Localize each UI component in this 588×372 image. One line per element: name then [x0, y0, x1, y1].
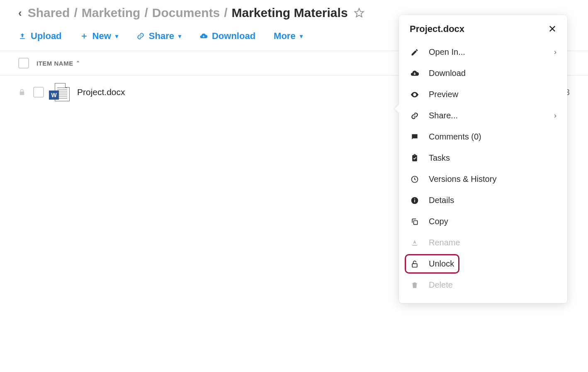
context-menu-item-copy[interactable]: Copy: [399, 211, 567, 232]
breadcrumb-separator: /: [144, 6, 148, 20]
context-menu-item-label: Open In...: [429, 47, 465, 57]
download-label: Download: [212, 31, 255, 42]
breadcrumb-separator: /: [74, 6, 77, 20]
svg-marker-0: [355, 8, 364, 17]
context-menu-item-task[interactable]: Tasks: [399, 147, 567, 169]
context-menu-item-label: Details: [429, 196, 454, 205]
chevron-right-icon: ›: [554, 48, 556, 56]
context-menu-item-trash: Delete: [399, 274, 567, 296]
context-menu-item-info[interactable]: Details: [399, 190, 567, 211]
column-item-name-label: ITEM NAME: [36, 60, 73, 67]
column-item-name[interactable]: ITEM NAME ⌃: [36, 60, 80, 67]
new-label: New: [92, 31, 111, 42]
context-menu-item-label: Unlock: [429, 259, 454, 269]
eye-icon: [410, 90, 420, 99]
context-menu-item-label: Versions & History: [429, 174, 496, 184]
trash-icon: [410, 281, 420, 289]
svg-rect-8: [414, 220, 418, 224]
chevron-down-icon: ▾: [115, 33, 118, 39]
sort-ascending-icon: ⌃: [76, 60, 80, 66]
svg-rect-7: [414, 198, 415, 199]
context-menu-item-pencil[interactable]: Open In...›: [399, 42, 567, 63]
share-button[interactable]: Share ▾: [136, 31, 181, 42]
word-document-icon: W: [51, 83, 70, 101]
context-menu-item-unlock[interactable]: Unlock: [399, 253, 567, 274]
upload-label: Upload: [31, 31, 62, 42]
unlock-icon: [410, 260, 420, 268]
upload-button[interactable]: Upload: [18, 31, 62, 42]
chevron-down-icon: ▾: [300, 33, 303, 39]
context-menu-item-label: Delete: [429, 280, 453, 290]
menu-pointer: [395, 105, 399, 113]
context-menu-item-label: Download: [429, 69, 466, 78]
select-all-checkbox[interactable]: [18, 58, 29, 69]
more-button[interactable]: More ▾: [274, 31, 303, 42]
row-checkbox[interactable]: [33, 87, 44, 98]
context-menu-item-label: Comments (0): [429, 132, 481, 142]
context-menu-item-comment[interactable]: Comments (0): [399, 126, 567, 147]
comment-icon: [410, 133, 420, 141]
clock-icon: [410, 175, 420, 184]
share-label: Share: [149, 31, 174, 42]
download-button[interactable]: Download: [199, 31, 255, 42]
plus-icon: [80, 32, 88, 40]
svg-point-3: [414, 94, 415, 95]
context-menu-item-link[interactable]: Share...›: [399, 105, 567, 126]
context-menu-item-label: Tasks: [429, 153, 450, 163]
context-menu-item-clock[interactable]: Versions & History: [399, 169, 567, 190]
context-menu-item-label: Preview: [429, 90, 458, 99]
file-name[interactable]: Project.docx: [77, 87, 125, 97]
pencil-icon: [410, 48, 420, 56]
lock-icon: [18, 88, 26, 96]
new-button[interactable]: New ▾: [80, 31, 118, 42]
info-icon: [410, 196, 420, 205]
chevron-right-icon: ›: [554, 111, 556, 120]
cloud-download-icon: [199, 32, 208, 40]
context-menu-item-cloud-down[interactable]: Download: [399, 63, 567, 84]
breadcrumb-part-0[interactable]: Shared: [28, 6, 70, 20]
task-icon: [410, 154, 420, 162]
context-menu-header: Project.docx ✕: [399, 23, 567, 42]
context-menu-item-label: Rename: [429, 238, 460, 247]
favorite-star-icon[interactable]: [354, 7, 364, 18]
context-menu: Project.docx ✕ Open In...›DownloadPrevie…: [399, 15, 567, 303]
link-icon: [410, 112, 420, 120]
context-menu-item-label: Share...: [429, 111, 458, 120]
svg-rect-9: [412, 264, 417, 267]
rename-icon: [410, 239, 420, 247]
svg-rect-6: [414, 200, 415, 202]
breadcrumb-part-1[interactable]: Marketing: [82, 6, 141, 20]
breadcrumb-separator: /: [224, 6, 227, 20]
back-button[interactable]: ‹: [18, 7, 22, 20]
close-icon[interactable]: ✕: [548, 23, 556, 35]
upload-icon: [18, 32, 27, 40]
chevron-down-icon: ▾: [178, 33, 181, 39]
copy-icon: [410, 218, 420, 226]
context-menu-item-rename: Rename: [399, 232, 567, 253]
link-icon: [136, 32, 145, 40]
context-menu-item-eye[interactable]: Preview: [399, 84, 567, 105]
more-label: More: [274, 31, 296, 42]
context-menu-title: Project.docx: [410, 24, 464, 34]
breadcrumb-part-2[interactable]: Documents: [152, 6, 220, 20]
context-menu-item-label: Copy: [429, 217, 448, 226]
breadcrumb-current: Marketing Materials: [231, 6, 347, 20]
cloud-down-icon: [410, 69, 420, 78]
